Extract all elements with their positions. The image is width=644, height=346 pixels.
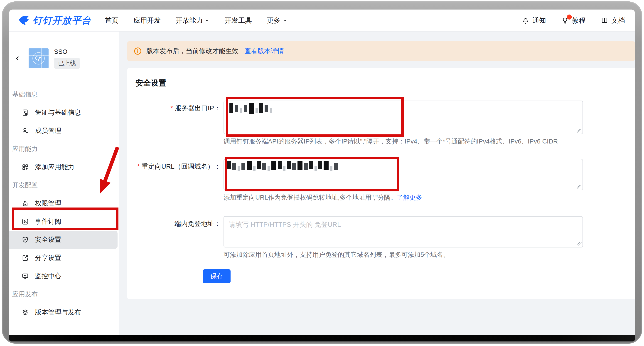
sidebar-item-security-settings[interactable]: 安全设置 (9, 231, 118, 249)
top-navbar: 钉钉开放平台 首页 应用开发 开放能力 开发工具 更多 通知 (9, 10, 635, 32)
app-info: SSO 已上线 (54, 48, 80, 69)
save-button[interactable]: 保存 (203, 269, 230, 283)
security-shield-icon (21, 236, 29, 244)
app-window: 钉钉开放平台 首页 应用开发 开放能力 开发工具 更多 通知 (9, 10, 635, 335)
info-icon (134, 47, 142, 55)
notifications-button[interactable]: 通知 (522, 16, 546, 25)
app-header: SSO 已上线 (9, 32, 119, 85)
sidebar-menu: 基础信息 凭证与基础信息 成员管理 应用能力 (9, 85, 119, 321)
free-login-label: 端内免登地址： (127, 216, 220, 228)
sidebar-item-permissions[interactable]: 权限管理 (9, 194, 119, 212)
sidebar-item-share-settings[interactable]: 分享设置 (9, 249, 119, 267)
nav-dev-tools[interactable]: 开发工具 (225, 16, 252, 25)
redirect-url-hint: 添加重定向URL作为免登授权码跳转地址,多个地址用","分隔。了解更多 (224, 193, 583, 202)
bell-icon (522, 16, 530, 25)
dingtalk-logo[interactable]: 钉钉开放平台 (18, 14, 91, 27)
sidebar-item-monitor-center[interactable]: 监控中心 (9, 267, 119, 285)
notification-dot (567, 15, 572, 20)
status-badge: 已上线 (54, 58, 80, 69)
back-button[interactable] (13, 54, 22, 63)
certificate-icon (21, 109, 29, 117)
view-version-details-link[interactable]: 查看版本详情 (244, 47, 284, 56)
app-icon (28, 48, 48, 68)
sidebar-section-basic-info: 基础信息 (9, 85, 119, 104)
docs-button[interactable]: 文档 (600, 16, 625, 25)
chevron-down-icon (282, 18, 287, 23)
version-alert-banner: 版本发布后，当前修改才能生效 查看版本详情 (127, 41, 635, 61)
server-ip-hint: 调用钉钉服务端API的服务器IP列表，多个IP请以","隔开，支持：IPv4、带… (224, 137, 583, 146)
security-form: 服务器出口IP： 调用钉钉服务端API的服务器IP列表，多个IP请以","隔开，… (127, 101, 635, 283)
add-capability-icon (21, 163, 29, 171)
sidebar-item-version-release[interactable]: 版本管理与发布 (9, 303, 119, 321)
sidebar-item-event-subscription[interactable]: 事件订阅 (9, 212, 119, 231)
chevron-down-icon (205, 18, 210, 23)
app-wing-icon (30, 50, 47, 67)
dingtalk-wing-icon (18, 15, 30, 26)
server-ip-textarea[interactable] (224, 101, 583, 134)
chevron-left-icon (14, 55, 21, 62)
monitor-icon (21, 272, 29, 280)
nav-more[interactable]: 更多 (267, 16, 287, 25)
permission-lock-icon (21, 200, 29, 207)
banner-text: 版本发布后，当前修改才能生效 (146, 47, 238, 56)
server-ip-label: 服务器出口IP： (127, 101, 220, 113)
sidebar-section-dev-config: 开发配置 (9, 176, 119, 194)
redirect-url-textarea[interactable] (224, 159, 583, 190)
page-title: 安全设置 (127, 68, 635, 88)
member-icon (21, 127, 29, 135)
sidebar-section-capabilities: 应用能力 (9, 140, 119, 158)
event-subscribe-icon (21, 218, 29, 225)
versions-icon (21, 308, 29, 316)
nav-home[interactable]: 首页 (105, 16, 118, 25)
main-content: 版本发布后，当前修改才能生效 查看版本详情 安全设置 服务器出口IP： 调用钉钉… (119, 32, 635, 335)
nav-open-capability[interactable]: 开放能力 (176, 16, 210, 25)
form-row-server-ip: 服务器出口IP： 调用钉钉服务端API的服务器IP列表，多个IP请以","隔开，… (127, 101, 635, 146)
app-name: SSO (54, 48, 80, 55)
sidebar-item-members[interactable]: 成员管理 (9, 122, 119, 140)
learn-more-link[interactable]: 了解更多 (397, 194, 422, 201)
sidebar: SSO 已上线 基础信息 凭证与基础信息 成员管理 (9, 32, 119, 335)
sidebar-section-app-release: 应用发布 (9, 285, 119, 303)
nav-app-dev[interactable]: 应用开发 (134, 16, 161, 25)
redirect-url-label: 重定向URL（回调域名）： (127, 159, 220, 171)
logo-text: 钉钉开放平台 (33, 14, 91, 27)
free-login-hint: 可添加除应用首页地址外，支持用户免登的其它域名列表，最多可添加5个域名。 (224, 251, 583, 259)
book-icon (600, 16, 608, 25)
device-hinge (9, 335, 635, 341)
topbar-actions: 通知 教程 文档 (522, 16, 625, 25)
sidebar-item-credentials[interactable]: 凭证与基础信息 (9, 104, 119, 122)
form-row-redirect-url: 重定向URL（回调域名）： 添加重定向URL作为免登授权码跳转地址,多个地址用"… (127, 159, 635, 202)
share-icon (21, 254, 29, 262)
form-row-free-login-url: 端内免登地址： 可添加除应用首页地址外，支持用户免登的其它域名列表，最多可添加5… (127, 216, 635, 259)
tutorial-button[interactable]: 教程 (561, 16, 586, 25)
sidebar-item-add-capability[interactable]: 添加应用能力 (9, 158, 119, 176)
free-login-textarea[interactable] (224, 216, 583, 247)
main-nav: 首页 应用开发 开放能力 开发工具 更多 (105, 16, 287, 25)
security-settings-card: 安全设置 服务器出口IP： 调用钉钉服务端API的服务器IP列表，多个IP请以"… (127, 68, 635, 299)
